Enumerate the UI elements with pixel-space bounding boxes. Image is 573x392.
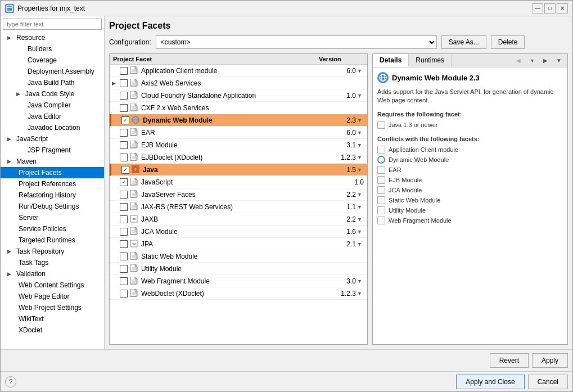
- forward-button[interactable]: ▶: [539, 55, 552, 67]
- sidebar-item-project-facets[interactable]: Project Facets: [1, 167, 104, 178]
- sidebar-item-maven[interactable]: ▶Maven: [1, 156, 104, 167]
- version-dropdown-jax-rs[interactable]: ▼: [357, 204, 365, 210]
- sidebar-item-java-code-style[interactable]: ▶Java Code Style: [1, 88, 104, 100]
- version-dropdown-cloud-foundry[interactable]: ▼: [357, 93, 365, 98]
- sidebar-item-web-page-editor[interactable]: Web Page Editor: [1, 291, 104, 302]
- back-button[interactable]: ◀: [512, 55, 525, 67]
- details-tab-details[interactable]: Details: [373, 54, 409, 67]
- facet-checkbox-ejbdoclet[interactable]: [120, 154, 128, 161]
- delete-button[interactable]: Delete: [491, 35, 525, 49]
- save-as-button[interactable]: Save As...: [441, 35, 486, 49]
- details-tab-runtimes[interactable]: Runtimes: [409, 54, 452, 67]
- facet-row-ejbdoclet[interactable]: EJBDoclet (XDoclet)1.2.3▼: [110, 151, 367, 164]
- facet-checkbox-app-client[interactable]: [120, 67, 128, 75]
- facet-row-jax-rs[interactable]: JAX-RS (REST Web Services)1.1▼: [110, 201, 367, 213]
- forward-dropdown[interactable]: ▼: [553, 55, 565, 67]
- facet-checkbox-jca[interactable]: [120, 228, 128, 236]
- facet-checkbox-jax-rs[interactable]: [120, 203, 128, 211]
- sidebar-item-web-content-settings[interactable]: Web Content Settings: [1, 280, 104, 291]
- facet-row-static-web[interactable]: Static Web Module: [110, 250, 367, 263]
- facet-checkbox-ear[interactable]: [120, 129, 128, 137]
- close-button[interactable]: ✕: [557, 3, 568, 13]
- cancel-button[interactable]: Cancel: [528, 375, 568, 389]
- sidebar-item-label-task-tags: Task Tags: [19, 259, 48, 267]
- sidebar-item-task-repository[interactable]: ▶Task Repository: [1, 246, 104, 257]
- facet-row-axis2[interactable]: ▶Axis2 Web Services: [110, 77, 367, 89]
- facet-row-ejb-module[interactable]: EJB Module3.1▼: [110, 139, 367, 151]
- sidebar-item-jsp-fragment[interactable]: JSP Fragment: [1, 145, 104, 156]
- version-dropdown-jpa[interactable]: ▼: [357, 241, 365, 247]
- facet-row-web-fragment[interactable]: Web Fragment Module3.0▼: [110, 275, 367, 287]
- version-dropdown-webdoclet[interactable]: ▼: [357, 291, 365, 296]
- sidebar-item-project-references[interactable]: Project References: [1, 178, 104, 190]
- facet-checkbox-jpa[interactable]: [120, 240, 128, 248]
- facet-row-app-client[interactable]: Application Client module6.0▼: [110, 65, 367, 77]
- facet-row-utility[interactable]: Utility Module: [110, 263, 367, 275]
- version-dropdown-jsf[interactable]: ▼: [357, 192, 365, 197]
- facet-version-cloud-foundry: 1.0: [325, 92, 356, 100]
- facet-row-javascript-facet[interactable]: ✓JavaScript1.0: [110, 176, 367, 188]
- facet-row-cxf2[interactable]: CXF 2.x Web Services: [110, 102, 367, 114]
- sidebar-item-refactoring-history[interactable]: Refactoring History: [1, 190, 104, 201]
- sidebar-item-deployment-assembly[interactable]: Deployment Assembly: [1, 66, 104, 77]
- sidebar-item-javascript[interactable]: ▶JavaScript: [1, 133, 104, 145]
- facet-checkbox-jaxb[interactable]: [120, 215, 128, 223]
- facet-row-java[interactable]: ✓JJava1.5▼: [110, 164, 367, 176]
- version-dropdown-app-client[interactable]: ▼: [357, 68, 365, 74]
- facet-row-jsf[interactable]: JavaServer Faces2.2▼: [110, 188, 367, 201]
- facet-checkbox-jsf[interactable]: [120, 191, 128, 199]
- facet-row-dynamic-web[interactable]: ✓Dynamic Web Module2.3▼: [110, 114, 367, 127]
- sidebar-item-server[interactable]: Server: [1, 212, 104, 223]
- sidebar-item-java-build-path[interactable]: Java Build Path: [1, 77, 104, 88]
- sidebar-item-web-project-settings[interactable]: Web Project Settings: [1, 302, 104, 313]
- facet-checkbox-static-web[interactable]: [120, 253, 128, 260]
- facet-checkbox-javascript-facet[interactable]: ✓: [120, 178, 128, 186]
- apply-button[interactable]: Apply: [532, 353, 568, 368]
- apply-close-button[interactable]: Apply and Close: [456, 375, 524, 389]
- facet-row-jca[interactable]: JCA Module1.6▼: [110, 226, 367, 238]
- facet-checkbox-web-fragment[interactable]: [120, 277, 128, 285]
- sidebar-item-task-tags[interactable]: Task Tags: [1, 257, 104, 268]
- version-dropdown-ejb-module[interactable]: ▼: [357, 142, 365, 148]
- version-dropdown-ear[interactable]: ▼: [357, 130, 365, 136]
- help-button[interactable]: ?: [5, 376, 16, 388]
- sidebar-item-xdoclet[interactable]: XDoclet: [1, 325, 104, 336]
- facet-checkbox-axis2[interactable]: [120, 79, 128, 87]
- facet-panel: Project Facet Version Application Client…: [109, 53, 568, 345]
- facet-checkbox-webdoclet[interactable]: [120, 290, 128, 298]
- filter-input[interactable]: [3, 19, 102, 30]
- revert-button[interactable]: Revert: [490, 353, 529, 368]
- sidebar-item-targeted-runtimes[interactable]: Targeted Runtimes: [1, 235, 104, 246]
- sidebar-item-wikitext[interactable]: WikiText: [1, 313, 104, 325]
- facet-row-cloud-foundry[interactable]: Cloud Foundry Standalone Application1.0▼: [110, 89, 367, 102]
- facet-checkbox-dynamic-web[interactable]: ✓: [121, 116, 129, 124]
- facet-checkbox-ejb-module[interactable]: [120, 141, 128, 149]
- facet-row-webdoclet[interactable]: WebDoclet (XDoclet)1.2.3▼: [110, 287, 367, 300]
- maximize-button[interactable]: □: [544, 3, 556, 13]
- conflict-item: EJB Module: [377, 175, 563, 185]
- facet-checkbox-cxf2[interactable]: [120, 104, 128, 112]
- facet-checkbox-cloud-foundry[interactable]: [120, 92, 128, 100]
- sidebar-item-validation[interactable]: ▶Validation: [1, 268, 104, 280]
- version-dropdown-jca[interactable]: ▼: [357, 229, 365, 235]
- minimize-button[interactable]: —: [532, 3, 543, 13]
- sidebar-item-javadoc-location[interactable]: Javadoc Location: [1, 122, 104, 133]
- config-select[interactable]: <custom>: [156, 35, 437, 49]
- sidebar-item-run-debug-settings[interactable]: Run/Debug Settings: [1, 201, 104, 212]
- facet-row-jpa[interactable]: ⇔JPA2.1▼: [110, 238, 367, 250]
- facet-checkbox-java[interactable]: ✓: [121, 166, 129, 174]
- facet-row-ear[interactable]: EAR6.0▼: [110, 127, 367, 139]
- sidebar-item-java-editor[interactable]: Java Editor: [1, 111, 104, 122]
- version-dropdown-web-fragment[interactable]: ▼: [357, 278, 365, 284]
- sidebar-item-java-compiler[interactable]: Java Compiler: [1, 100, 104, 111]
- sidebar-item-service-policies[interactable]: Service Policies: [1, 223, 104, 235]
- version-dropdown-java[interactable]: ▼: [357, 167, 365, 173]
- version-dropdown-dynamic-web[interactable]: ▼: [357, 118, 365, 123]
- version-dropdown-ejbdoclet[interactable]: ▼: [357, 155, 365, 160]
- sidebar-item-coverage[interactable]: Coverage: [1, 55, 104, 66]
- sidebar-item-builders[interactable]: Builders: [1, 43, 104, 55]
- facet-checkbox-utility[interactable]: [120, 265, 128, 273]
- facet-row-jaxb[interactable]: ⇔JAXB2.2▼: [110, 213, 367, 226]
- version-dropdown-jaxb[interactable]: ▼: [357, 217, 365, 222]
- sidebar-item-resource[interactable]: ▶Resource: [1, 32, 104, 43]
